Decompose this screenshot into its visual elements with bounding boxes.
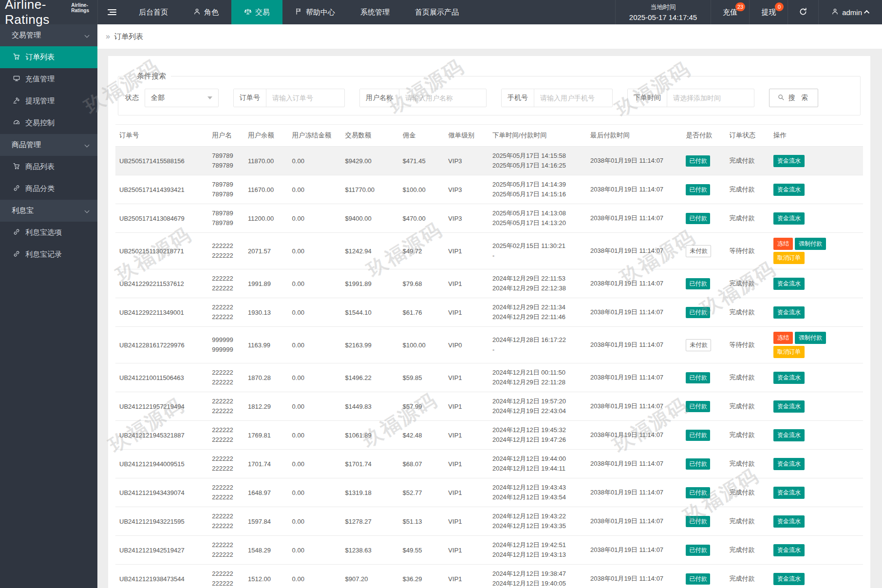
order-time-input[interactable] bbox=[667, 89, 754, 107]
search-button[interactable]: 搜 索 bbox=[769, 89, 818, 107]
freeze-button[interactable]: 冻结 bbox=[773, 332, 793, 344]
order-no-input[interactable] bbox=[266, 89, 344, 107]
last-pay-time-cell: 2038年01月19日 11:14:07 bbox=[586, 421, 682, 450]
user-menu[interactable]: admin bbox=[819, 0, 882, 24]
username-input[interactable] bbox=[399, 89, 486, 107]
username-cell: 789789789789 bbox=[208, 147, 244, 175]
fund-flow-button[interactable]: 资金流水 bbox=[773, 573, 805, 585]
frozen-cell: 0.00 bbox=[288, 147, 341, 175]
commission-cell: $57.99 bbox=[399, 392, 445, 421]
frozen-cell: 0.00 bbox=[288, 565, 341, 588]
withdraw-count-badge: 0 bbox=[775, 2, 784, 11]
commission-cell: $61.76 bbox=[399, 298, 445, 327]
sidebar-item-withdraw-mgmt[interactable]: 提现管理 bbox=[0, 90, 97, 112]
refresh-button[interactable] bbox=[788, 0, 819, 24]
withdraw-button[interactable]: 提现 0 bbox=[750, 0, 788, 24]
sidebar-item-order-list[interactable]: 订单列表 bbox=[0, 46, 97, 68]
balance-cell: 1769.81 bbox=[244, 421, 288, 450]
level-cell: VIP1 bbox=[444, 392, 488, 421]
menu-toggle-button[interactable] bbox=[98, 0, 126, 24]
balance-cell: 1701.74 bbox=[244, 450, 288, 478]
order-time-cell: 2025年05月17日 14:14:392025年05月17日 14:15:16 bbox=[488, 175, 586, 204]
fund-flow-button[interactable]: 资金流水 bbox=[773, 155, 805, 167]
table-row: UB25021511302187712222222222222071.570.0… bbox=[115, 233, 863, 269]
nav-item-dashboard[interactable]: 后台首页 bbox=[126, 0, 181, 24]
order-no-cell: UB2412281617229976 bbox=[115, 327, 208, 363]
nav-item-system[interactable]: 系统管理 bbox=[348, 0, 402, 24]
fund-flow-button[interactable]: 资金流水 bbox=[773, 372, 805, 384]
last-pay-time-cell: 2038年01月19日 11:14:07 bbox=[586, 298, 682, 327]
freeze-button[interactable]: 冻结 bbox=[773, 238, 793, 250]
recharge-count-badge: 23 bbox=[735, 2, 745, 11]
order-status-cell: 完成付款 bbox=[725, 204, 769, 233]
force-pay-button[interactable]: 强制付款 bbox=[795, 332, 826, 344]
app-logo: Airline-Ratings Airline-Ratings bbox=[0, 0, 98, 24]
order-time-field: 下单时间 bbox=[627, 89, 754, 107]
last-pay-time-cell: 2038年01月19日 11:14:07 bbox=[586, 147, 682, 175]
sidebar-item-trade-control[interactable]: 交易控制 bbox=[0, 112, 97, 134]
order-time-cell: 2024年12月12日 19:38:472024年12月12日 19:40:05 bbox=[488, 565, 586, 588]
frozen-cell: 0.00 bbox=[288, 269, 341, 298]
fund-flow-button[interactable]: 资金流水 bbox=[773, 429, 805, 441]
sidebar-item-lixibao-options[interactable]: 利息宝选项 bbox=[0, 222, 97, 244]
last-pay-time-cell: 2038年01月19日 11:14:07 bbox=[586, 327, 682, 363]
recharge-button[interactable]: 充值 23 bbox=[711, 0, 750, 24]
table-row: UB24121219384735442222222222221512.000.0… bbox=[115, 565, 863, 588]
fund-flow-button[interactable]: 资金流水 bbox=[773, 544, 805, 556]
cancel-order-button[interactable]: 取消订单 bbox=[773, 346, 805, 358]
table-row: UB24122100115064632222222222221870.280.0… bbox=[115, 363, 863, 392]
username: admin bbox=[842, 8, 862, 17]
order-no-cell: UB2412121943439074 bbox=[115, 478, 208, 507]
username-cell: 222222222222 bbox=[208, 392, 244, 421]
nav-item-home-products[interactable]: 首页展示产品 bbox=[402, 0, 471, 24]
fund-flow-button[interactable]: 资金流水 bbox=[773, 278, 805, 290]
paid-status-cell: 已付款 bbox=[682, 450, 725, 478]
username-cell: 222222222222 bbox=[208, 450, 244, 478]
order-status-cell: 完成付款 bbox=[725, 536, 769, 565]
sidebar-item-product-category[interactable]: 商品分类 bbox=[0, 178, 97, 200]
commission-cell: $49.55 bbox=[399, 536, 445, 565]
sidebar-item-product-list[interactable]: 商品列表 bbox=[0, 156, 97, 178]
nav-item-trade[interactable]: 交易 bbox=[231, 0, 282, 24]
last-pay-time-cell: 2038年01月19日 11:14:07 bbox=[586, 536, 682, 565]
frozen-cell: 0.00 bbox=[288, 392, 341, 421]
fund-flow-button[interactable]: 资金流水 bbox=[773, 515, 805, 528]
order-time-cell: 2025年02月15日 11:30:21- bbox=[488, 233, 586, 269]
cancel-order-button[interactable]: 取消订单 bbox=[773, 252, 805, 264]
fund-flow-button[interactable]: 资金流水 bbox=[773, 458, 805, 470]
paid-status-cell: 已付款 bbox=[682, 298, 725, 327]
fund-flow-button[interactable]: 资金流水 bbox=[773, 400, 805, 413]
commission-cell: $79.68 bbox=[399, 269, 445, 298]
sidebar-item-lixibao-records[interactable]: 利息宝记录 bbox=[0, 244, 97, 266]
username-cell: 222222222222 bbox=[208, 269, 244, 298]
actions-cell: 资金流水 bbox=[769, 507, 863, 536]
nav-item-help[interactable]: 帮助中心 bbox=[282, 0, 348, 24]
balance-cell: 1163.99 bbox=[244, 327, 288, 363]
fund-flow-button[interactable]: 资金流水 bbox=[773, 487, 805, 499]
paid-badge: 已付款 bbox=[686, 372, 710, 383]
username-cell: 222222222222 bbox=[208, 233, 244, 269]
fund-flow-button[interactable]: 资金流水 bbox=[773, 212, 805, 225]
fund-flow-button[interactable]: 资金流水 bbox=[773, 184, 805, 196]
monitor-icon bbox=[13, 75, 20, 84]
sidebar-item-recharge-mgmt[interactable]: 充值管理 bbox=[0, 68, 97, 90]
paid-status-cell: 已付款 bbox=[682, 269, 725, 298]
actions-cell: 资金流水 bbox=[769, 147, 863, 175]
order-status-cell: 完成付款 bbox=[725, 565, 769, 588]
amount-cell: $1496.22 bbox=[341, 363, 399, 392]
order-no-cell: UB2505171414393421 bbox=[115, 175, 208, 204]
order-no-cell: UB2412121957219494 bbox=[115, 392, 208, 421]
fund-flow-button[interactable]: 资金流水 bbox=[773, 306, 805, 319]
sidebar-group-lixibao[interactable]: 利息宝 bbox=[0, 200, 97, 222]
order-time-cell: 2024年12月12日 19:43:222024年12月12日 19:43:35 bbox=[488, 507, 586, 536]
status-select[interactable]: 全部 bbox=[145, 89, 219, 107]
order-time-cell: 2024年12月12日 19:43:432024年12月12日 19:43:54 bbox=[488, 478, 586, 507]
nav-item-roles[interactable]: 角色 bbox=[181, 0, 231, 24]
sidebar-group-products[interactable]: 商品管理 bbox=[0, 134, 97, 156]
force-pay-button[interactable]: 强制付款 bbox=[795, 238, 826, 250]
phone-input[interactable] bbox=[534, 89, 612, 107]
topbar-right: 当地时间 2025-05-17 14:17:45 充值 23 提现 0 admi… bbox=[615, 0, 882, 24]
sidebar-group-trade[interactable]: 交易管理 bbox=[0, 24, 97, 46]
paid-badge: 已付款 bbox=[686, 155, 710, 167]
frozen-cell: 0.00 bbox=[288, 478, 341, 507]
